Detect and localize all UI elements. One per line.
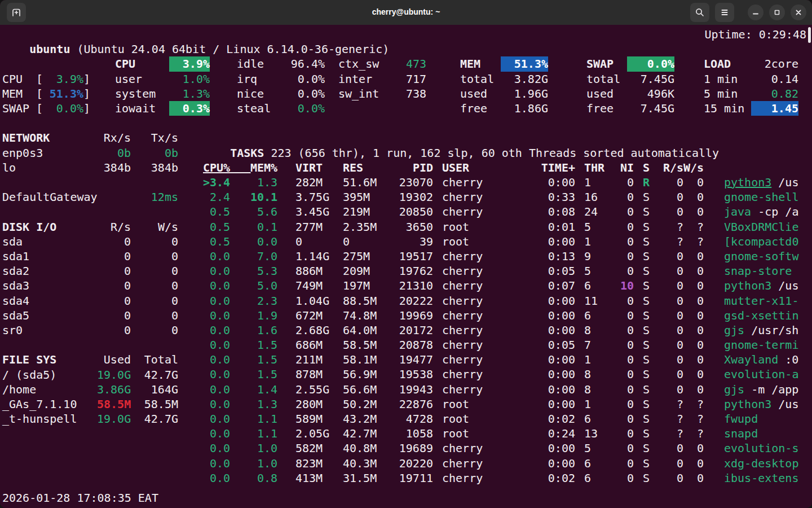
proc-res: 2.35M: [343, 220, 390, 234]
process-row: 0.01.0582M40.8M19689cherry0:0050S00evolu…: [203, 441, 798, 456]
minimize-button[interactable]: [748, 5, 764, 20]
row-value: 0: [97, 249, 131, 264]
proc-nice: 0: [604, 308, 634, 323]
proc-user: root: [442, 234, 489, 249]
proc-virt: 589M: [295, 411, 336, 426]
proc-res: 40.8M: [343, 441, 390, 456]
process-table-header: CPU%MEM%VIRTRESPIDUSERTIME+THRNISR/sW/s: [203, 160, 704, 175]
maximize-button[interactable]: [769, 5, 785, 20]
proc-time: 0:00: [489, 382, 575, 397]
stat-row: user1.0%: [115, 72, 210, 86]
proc-virt: 1.04G: [295, 294, 336, 308]
proc-write-rate: 0: [683, 471, 704, 485]
row-name: / (sda5): [2, 367, 97, 382]
gauge-label: CPU: [2, 72, 36, 86]
stat-value: 0.3%: [169, 101, 210, 116]
proc-cpu: 2.4: [203, 190, 230, 204]
close-button[interactable]: [791, 5, 806, 20]
proc-res: 58.5M: [343, 338, 390, 352]
panel-header: NETWORKRx/sTx/s: [2, 130, 178, 145]
command-name: gnome-shell: [724, 190, 798, 204]
proc-res: 219M: [343, 204, 390, 219]
swap-panel: SWAP0.0%total7.45Gused496Kfree7.45G: [586, 56, 674, 116]
window-title: cherry@ubuntu: ~: [372, 7, 440, 16]
stat-value: 1.0%: [169, 72, 210, 86]
proc-write-rate: 0: [683, 338, 704, 352]
row-name: sda5: [2, 308, 97, 323]
command-name: gnome-termi: [724, 338, 798, 352]
stat-row: ctx_sw473: [338, 56, 426, 71]
proc-time: 0:00: [489, 234, 575, 249]
proc-pid: 21310: [390, 278, 433, 293]
row-value: 42.7G: [131, 367, 178, 382]
proc-virt: 3.75G: [295, 190, 336, 204]
proc-mem: 10.1: [250, 190, 277, 204]
stat-value: 51.3%: [501, 56, 548, 71]
process-row: 0.01.9672M74.8M19969cherry0:0060S00gsd-x…: [203, 308, 798, 323]
proc-command: snap-store: [724, 264, 792, 278]
col-header: Used: [97, 352, 131, 367]
panel-row: sda00: [2, 234, 178, 249]
proc-virt: 0: [295, 234, 336, 249]
stat-value: 0.0%: [277, 86, 325, 101]
bracket: ]: [83, 86, 90, 101]
proc-res: 275M: [343, 249, 390, 264]
command-name: ibus-extens: [724, 471, 798, 485]
stat-label: used: [460, 86, 501, 101]
proc-mem: 1.1: [250, 411, 277, 426]
bracket: [: [36, 101, 43, 116]
proc-mem: 1.5: [250, 352, 277, 367]
menu-button[interactable]: [715, 3, 734, 22]
row-value: 0: [97, 308, 131, 323]
command-name: gjs: [724, 382, 744, 397]
proc-mem: 0.8: [250, 471, 277, 485]
panel-row: sda500: [2, 308, 178, 323]
proc-read-rate: 0: [656, 352, 683, 367]
row-name: sda3: [2, 278, 97, 293]
proc-read-rate: 0: [656, 323, 683, 338]
stat-label: 5 min: [704, 86, 751, 101]
scrollbar-thumb[interactable]: [808, 27, 811, 43]
proc-pid: 20878: [390, 338, 433, 352]
proc-virt: 823M: [295, 456, 336, 471]
row-value: 3.86G: [97, 382, 131, 397]
proc-mem: 5.0: [250, 278, 277, 293]
proc-write-rate: 0: [683, 456, 704, 471]
new-tab-button[interactable]: [7, 3, 26, 22]
proc-thr: 1: [584, 352, 604, 367]
command-name: gsd-xsettin: [724, 308, 798, 323]
proc-virt: 2.68G: [295, 323, 336, 338]
proc-nice: 0: [604, 382, 634, 397]
row-name: _GAs_7.1.10: [2, 397, 97, 411]
panel-title: DISK I/O: [2, 220, 97, 234]
proc-nice: 10: [604, 278, 634, 293]
proc-mem: 5.6: [250, 204, 277, 219]
proc-user: cherry: [442, 278, 489, 293]
proc-res: 31.5M: [343, 471, 390, 485]
proc-res: 88.5M: [343, 294, 390, 308]
stat-label: LOAD: [704, 56, 751, 71]
proc-read-rate: 0: [656, 175, 683, 190]
proc-read-rate: 0: [656, 441, 683, 456]
search-button[interactable]: [690, 3, 709, 22]
proc-write-rate: 0: [683, 264, 704, 278]
proc-mem: 1.4: [250, 382, 277, 397]
col-header: R/s: [97, 220, 131, 234]
proc-cpu: 0.0: [203, 294, 230, 308]
proc-state: S: [643, 471, 656, 485]
stat-label: free: [586, 101, 627, 116]
proc-command: ibus-extens: [724, 471, 798, 485]
proc-res: 56.9M: [343, 367, 390, 382]
stat-value: 0.0%: [627, 56, 674, 71]
proc-user: cherry: [442, 456, 489, 471]
row-value: 0: [97, 294, 131, 308]
proc-pid: 19689: [390, 441, 433, 456]
stat-label: irq: [237, 72, 277, 86]
proc-user: cherry: [442, 264, 489, 278]
proc-thr: 1: [584, 175, 604, 190]
row-value: 58.5M: [97, 397, 131, 411]
proc-time: 0:00: [489, 441, 575, 456]
proc-virt: 878M: [295, 367, 336, 382]
proc-write-rate: 0: [683, 204, 704, 219]
stat-label: system: [115, 86, 169, 101]
